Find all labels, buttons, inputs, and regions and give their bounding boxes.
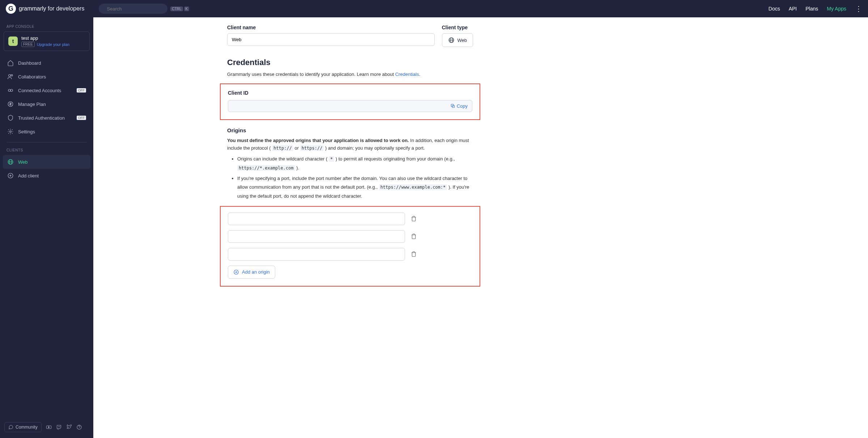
sidebar-label: Manage Plan xyxy=(18,102,46,107)
section-clients: CLIENTS xyxy=(3,147,90,155)
plus-circle-icon xyxy=(7,172,14,179)
svg-point-7 xyxy=(10,131,12,133)
origin-input[interactable] xyxy=(228,230,405,243)
credentials-link[interactable]: Credentials xyxy=(395,72,419,77)
sidebar-item-connected[interactable]: Connected Accounts OFF xyxy=(3,83,90,97)
origin-input[interactable] xyxy=(228,248,405,261)
sidebar-label: Web xyxy=(18,159,28,165)
origins-highlight: Add an origin xyxy=(220,206,480,287)
twitch-icon[interactable] xyxy=(56,424,62,430)
gear-icon xyxy=(7,128,14,135)
origin-input[interactable] xyxy=(228,212,405,225)
trash-icon[interactable] xyxy=(411,216,417,222)
sidebar-item-add-client[interactable]: Add client xyxy=(3,169,90,182)
trash-icon[interactable] xyxy=(411,251,417,257)
client-type-chip: Web xyxy=(442,33,473,47)
off-badge: OFF xyxy=(77,88,86,93)
credentials-desc: Grammarly uses these credentials to iden… xyxy=(227,71,473,78)
sidebar-label: Settings xyxy=(18,129,35,134)
help-icon[interactable] xyxy=(76,424,82,430)
nav-plans[interactable]: Plans xyxy=(805,6,818,12)
sidebar-label: Add client xyxy=(18,173,39,179)
origins-bullets: Origins can include the wildcard charact… xyxy=(237,155,473,201)
sidebar-label: Trusted Authentication xyxy=(18,115,65,121)
off-badge: OFF xyxy=(77,116,86,120)
origin-row xyxy=(228,230,472,243)
client-id-highlight: Client ID Copy xyxy=(220,83,480,120)
twitter-icon[interactable] xyxy=(66,424,72,430)
brand-text: grammarly for developers xyxy=(19,5,84,12)
nav-api[interactable]: API xyxy=(789,6,797,12)
app-avatar: t xyxy=(8,36,18,46)
sidebar-item-manageplan[interactable]: Manage Plan xyxy=(3,97,90,111)
sidebar-item-web-client[interactable]: Web xyxy=(3,155,90,169)
app-name: test app xyxy=(21,35,69,41)
plan-badge: FREE xyxy=(21,42,35,47)
nav-docs[interactable]: Docs xyxy=(769,6,780,12)
sidebar-label: Connected Accounts xyxy=(18,88,61,93)
sidebar-item-collaborators[interactable]: Collaborators xyxy=(3,70,90,83)
nav-myapps[interactable]: My Apps xyxy=(827,6,846,12)
sidebar-label: Dashboard xyxy=(18,60,41,66)
shield-icon xyxy=(7,115,14,121)
upgrade-link[interactable]: Upgrade your plan xyxy=(37,42,70,47)
svg-point-2 xyxy=(9,74,11,77)
copy-label: Copy xyxy=(457,103,468,109)
copy-icon xyxy=(450,103,455,108)
more-menu-icon[interactable]: ⋮ xyxy=(855,4,862,13)
search-input-wrap[interactable]: CTRLK xyxy=(99,4,167,14)
users-icon xyxy=(7,73,14,80)
add-origin-label: Add an origin xyxy=(242,269,270,275)
community-button[interactable]: Community xyxy=(4,422,42,432)
sidebar-item-trusted[interactable]: Trusted Authentication OFF xyxy=(3,111,90,125)
origin-row xyxy=(228,248,472,261)
divider xyxy=(7,142,87,142)
search-kbd-hint: CTRLK xyxy=(170,7,189,11)
section-appconsole: APP CONSOLE xyxy=(3,23,90,31)
plus-circle-icon xyxy=(233,269,239,275)
copy-button[interactable]: Copy xyxy=(450,103,468,109)
search-input[interactable] xyxy=(107,6,167,12)
client-id-field: Copy xyxy=(228,100,472,112)
dollar-icon xyxy=(7,101,14,107)
origins-heading: Origins xyxy=(227,127,473,133)
app-card[interactable]: t test app FREE Upgrade your plan xyxy=(4,31,90,51)
add-origin-button[interactable]: Add an origin xyxy=(228,266,275,279)
globe-icon xyxy=(448,37,455,43)
credentials-heading: Credentials xyxy=(227,58,473,67)
svg-point-5 xyxy=(10,89,13,91)
client-name-input[interactable] xyxy=(227,33,435,46)
client-type-label: Client type xyxy=(442,25,473,30)
home-icon xyxy=(7,60,14,66)
community-label: Community xyxy=(16,425,38,430)
link-icon xyxy=(7,87,14,94)
chat-icon xyxy=(8,425,13,430)
origins-desc: You must define the approved origins tha… xyxy=(227,137,473,152)
trash-icon[interactable] xyxy=(411,233,417,239)
origin-row xyxy=(228,212,472,225)
youtube-icon[interactable] xyxy=(46,424,52,430)
client-type-value: Web xyxy=(458,38,467,43)
svg-point-3 xyxy=(11,74,13,76)
client-id-label: Client ID xyxy=(228,90,472,96)
globe-icon xyxy=(7,159,14,165)
svg-point-4 xyxy=(8,89,10,91)
sidebar-item-dashboard[interactable]: Dashboard xyxy=(3,56,90,70)
client-name-label: Client name xyxy=(227,25,435,30)
brand-logo[interactable]: G grammarly for developers xyxy=(6,4,84,14)
grammarly-icon: G xyxy=(6,4,16,14)
svg-marker-15 xyxy=(48,426,49,428)
sidebar-label: Collaborators xyxy=(18,74,46,80)
sidebar-item-settings[interactable]: Settings xyxy=(3,125,90,138)
